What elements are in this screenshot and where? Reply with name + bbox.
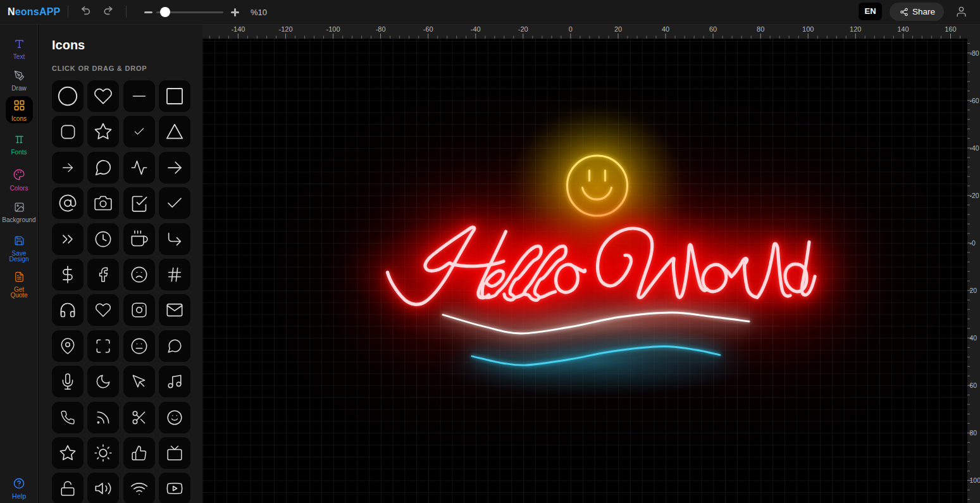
- svg-text:80: 80: [757, 25, 764, 33]
- svg-text:160: 160: [945, 25, 956, 33]
- svg-text:20: 20: [970, 287, 977, 294]
- svg-text:-120: -120: [278, 25, 292, 33]
- svg-text:0: 0: [569, 25, 573, 33]
- svg-text:-40: -40: [471, 25, 481, 33]
- svg-text:-20: -20: [518, 25, 528, 33]
- svg-text:40: 40: [970, 334, 977, 342]
- svg-text:40: 40: [662, 25, 669, 33]
- svg-text:80: 80: [970, 429, 977, 437]
- svg-text:100: 100: [970, 476, 980, 484]
- svg-text:140: 140: [897, 25, 909, 33]
- svg-text:100: 100: [802, 25, 814, 33]
- svg-text:-40: -40: [970, 144, 979, 152]
- svg-text:-100: -100: [326, 25, 340, 33]
- svg-text:60: 60: [709, 25, 717, 33]
- svg-text:-0: -0: [970, 239, 976, 247]
- svg-text:-80: -80: [376, 25, 386, 33]
- svg-text:-80: -80: [970, 49, 979, 57]
- svg-text:20: 20: [614, 25, 622, 33]
- svg-text:-60: -60: [423, 25, 433, 33]
- svg-text:-60: -60: [970, 97, 979, 104]
- svg-text:120: 120: [850, 25, 861, 33]
- svg-text:-20: -20: [970, 192, 979, 199]
- svg-text:60: 60: [970, 382, 977, 389]
- svg-text:-140: -140: [231, 25, 245, 33]
